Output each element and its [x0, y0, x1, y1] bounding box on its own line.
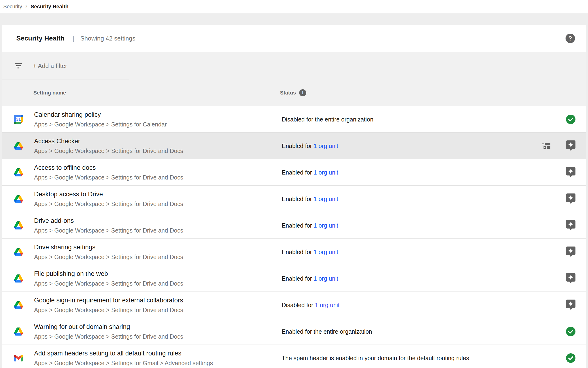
breadcrumb-current: Security Health: [31, 4, 68, 10]
status-cell: Enabled for 1 org unit: [282, 275, 338, 282]
status-text: Enabled for: [282, 195, 312, 202]
filter-bar: + Add a filter: [2, 52, 586, 80]
status-cell: Enabled for 1 org unit: [282, 169, 338, 176]
setting-path: Apps > Google Workspace > Settings for G…: [34, 359, 213, 366]
status-cell: Enabled for 1 org unit: [282, 195, 338, 202]
setting-text: Desktop access to Drive Apps > Google Wo…: [34, 190, 183, 207]
setting-text: Add spam headers setting to all default …: [34, 350, 213, 366]
column-header-status: Status: [280, 90, 296, 96]
org-unit-assignment-icon: [542, 143, 551, 149]
setting-text: Warning for out of domain sharing Apps >…: [34, 323, 183, 340]
recommendation-flag-icon[interactable]: [566, 247, 575, 258]
table-row[interactable]: 31 Desktop access to Drive Ap: [2, 186, 586, 212]
table-row[interactable]: 31 Google sign-in requirement for e: [2, 292, 586, 318]
recommendation-flag-icon[interactable]: [566, 140, 575, 151]
breadcrumb-parent-link[interactable]: Security: [3, 4, 22, 10]
setting-name: Calendar sharing policy: [34, 111, 167, 118]
drive-icon: [14, 275, 23, 283]
org-unit-link[interactable]: 1 org unit: [314, 195, 338, 202]
setting-path: Apps > Google Workspace > Settings for D…: [34, 280, 183, 287]
recommendation-flag-icon[interactable]: [566, 300, 575, 311]
drive-icon: [14, 328, 23, 336]
setting-name: Access Checker: [34, 137, 183, 145]
recommendation-flag-icon[interactable]: [566, 273, 575, 284]
table-row[interactable]: 31 Warning for out of domain sharin: [2, 318, 586, 345]
setting-path: Apps > Google Workspace > Settings for D…: [34, 147, 183, 154]
status-text: Enabled for: [282, 275, 312, 282]
status-text: Enabled for the entire organization: [282, 328, 372, 335]
setting-text: File publishing on the web Apps > Google…: [34, 270, 183, 287]
setting-text: Calendar sharing policy Apps > Google Wo…: [34, 111, 167, 128]
setting-text: Access to offline docs Apps > Google Wor…: [34, 164, 183, 181]
org-unit-link[interactable]: 1 org unit: [315, 302, 339, 308]
settings-count: Showing 42 settings: [80, 35, 136, 42]
setting-path: Apps > Google Workspace > Settings for D…: [34, 253, 183, 260]
org-unit-link[interactable]: 1 org unit: [314, 248, 338, 255]
setting-name: Access to offline docs: [34, 164, 183, 171]
calendar-icon: 31: [14, 115, 23, 124]
org-unit-link[interactable]: 1 org unit: [314, 222, 338, 229]
setting-path: Apps > Google Workspace > Settings for D…: [34, 227, 183, 234]
setting-name: Drive sharing settings: [34, 243, 183, 251]
card-header: Security Health | Showing 42 settings ?: [2, 25, 586, 52]
setting-text: Drive sharing settings Apps > Google Wor…: [34, 243, 183, 260]
status-text: Enabled for: [282, 169, 312, 175]
status-cell: Enabled for 1 org unit: [282, 248, 338, 255]
table-row[interactable]: 31 Access to offline docs App: [2, 159, 586, 186]
org-unit-link[interactable]: 1 org unit: [314, 142, 338, 149]
setting-path: Apps > Google Workspace > Settings for D…: [34, 174, 183, 181]
setting-text: Access Checker Apps > Google Workspace >…: [34, 137, 183, 154]
filter-and-header-section: + Add a filter Setting name Status i: [2, 52, 586, 106]
status-cell: Enabled for the entire organization: [282, 328, 372, 335]
table-row[interactable]: 31 Drive add-ons Apps > Googl: [2, 212, 586, 239]
status-text: Enabled for: [282, 142, 312, 149]
page-title: Security Health: [16, 35, 65, 42]
status-info-icon[interactable]: i: [299, 89, 306, 96]
app-icon: 31: [14, 327, 23, 336]
setting-text: Drive add-ons Apps > Google Workspace > …: [34, 217, 183, 234]
add-filter-button[interactable]: + Add a filter: [33, 62, 67, 70]
status-cell: Enabled for 1 org unit: [282, 142, 338, 149]
app-icon: 31: [14, 115, 23, 124]
setting-path: Apps > Google Workspace > Settings for D…: [34, 333, 183, 340]
drive-icon: [14, 221, 23, 230]
app-icon: 31: [14, 194, 23, 203]
setting-path: Apps > Google Workspace > Settings for D…: [34, 200, 183, 207]
breadcrumb-separator-icon: ›: [25, 3, 27, 9]
drive-icon: [14, 195, 23, 203]
app-icon: 31: [14, 141, 23, 150]
table-row[interactable]: 31 Access Checker Apps > Goog: [2, 133, 586, 159]
gmail-icon: [14, 355, 23, 362]
table-row[interactable]: 31 Calendar sharing policy Ap: [2, 106, 586, 133]
status-text: Enabled for: [282, 248, 312, 255]
table-row[interactable]: 31 Drive sharing settings App: [2, 239, 586, 265]
status-text: Enabled for: [282, 222, 312, 229]
status-cell: Enabled for 1 org unit: [282, 222, 338, 229]
help-icon[interactable]: ?: [566, 34, 575, 43]
setting-name: Add spam headers setting to all default …: [34, 350, 213, 357]
security-health-card: Security Health | Showing 42 settings ? …: [2, 25, 586, 368]
breadcrumb: Security › Security Health: [0, 0, 588, 13]
app-icon: 31: [14, 301, 23, 310]
table-row[interactable]: 31 File publishing on the web: [2, 265, 586, 292]
status-cell: Disabled for the entire organization: [282, 116, 373, 123]
setting-name: Drive add-ons: [34, 217, 183, 224]
org-unit-link[interactable]: 1 org unit: [314, 169, 338, 175]
status-text: Disabled for the entire organization: [282, 116, 373, 122]
recommendation-flag-icon[interactable]: [566, 167, 575, 178]
org-unit-link[interactable]: 1 org unit: [314, 275, 338, 282]
app-icon: 31: [14, 221, 23, 230]
status-cell: The spam header is enabled in your domai…: [282, 355, 469, 361]
app-icon: 31: [14, 168, 23, 177]
recommendation-flag-icon[interactable]: [566, 220, 575, 231]
drive-icon: [14, 301, 23, 309]
recommendation-flag-icon[interactable]: [566, 193, 575, 204]
status-ok-check-icon: [566, 326, 575, 337]
drive-icon: [14, 142, 23, 150]
table-row[interactable]: 31 Add spam headers setting to all: [2, 345, 586, 368]
drive-icon: [14, 168, 23, 176]
setting-name: Google sign-in requirement for external …: [34, 296, 183, 304]
setting-name: Desktop access to Drive: [34, 190, 183, 198]
app-icon: 31: [14, 354, 23, 363]
drive-icon: [14, 248, 23, 256]
